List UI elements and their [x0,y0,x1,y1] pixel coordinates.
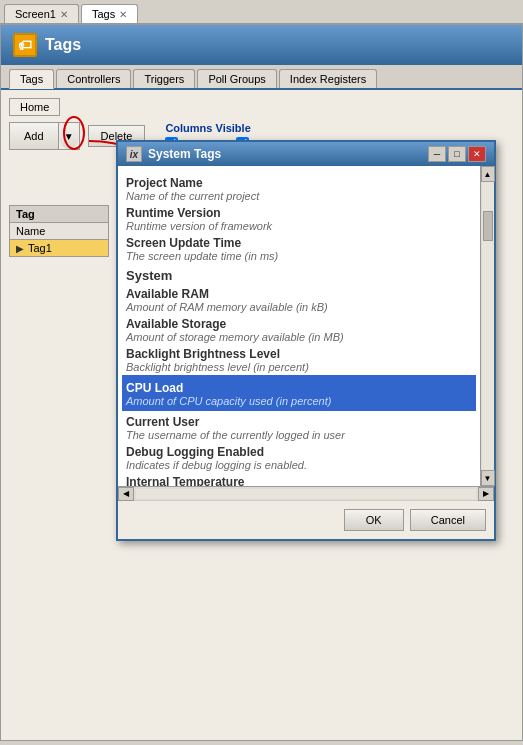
dialog-title-left: ix System Tags [126,146,221,162]
home-tab[interactable]: Home [9,98,60,116]
item-current-user-desc: The username of the currently logged in … [126,429,472,441]
item-project-name[interactable]: Project Name [126,176,472,190]
screen1-close-icon[interactable]: ✕ [60,9,68,20]
home-tab-label: Home [20,101,49,113]
dialog-footer: OK Cancel [118,500,494,539]
minimize-button[interactable]: ─ [428,146,446,162]
tab-index-registers-label: Index Registers [290,73,366,85]
list-item: Backlight Brightness Level Backlight bri… [126,347,472,373]
item-debug-logging[interactable]: Debug Logging Enabled [126,445,472,459]
list-item: Internal Temperature Internal temperatur… [126,475,472,486]
add-button[interactable]: Add [10,123,59,149]
item-runtime-version-desc: Runtime version of framework [126,220,472,232]
screen1-tab-label: Screen1 [15,8,56,20]
item-cpu-load-desc: Amount of CPU capacity used (in percent) [126,395,472,407]
tag-table: Tag Name ▶ Tag1 [9,205,109,257]
tags-tab-label: Tags [92,8,115,20]
item-internal-temp[interactable]: Internal Temperature [126,475,472,486]
tab-tags[interactable]: Tags [9,69,54,89]
item-screen-update-time[interactable]: Screen Update Time [126,236,472,250]
tag-row-value: Tag1 [28,242,52,254]
tab-poll-groups-label: Poll Groups [208,73,265,85]
dialog-list-container: Project Name Name of the current project… [118,166,494,486]
item-available-storage[interactable]: Available Storage [126,317,472,331]
columns-visible-title: Columns Visible [165,122,286,134]
list-item: Screen Update Time The screen update tim… [126,236,472,262]
item-screen-update-time-desc: The screen update time (in ms) [126,250,472,262]
item-available-ram-desc: Amount of RAM memory available (in kB) [126,301,472,313]
section-system: System [126,268,472,283]
cancel-button[interactable]: Cancel [410,509,486,531]
scroll-thumb[interactable] [483,211,493,241]
scroll-down-button[interactable]: ▼ [481,470,495,486]
scroll-track[interactable] [482,182,494,470]
scroll-up-button[interactable]: ▲ [481,166,495,182]
tags-close-icon[interactable]: ✕ [119,9,127,20]
system-tags-dialog: ix System Tags ─ □ ✕ Project Name Name o… [116,140,496,541]
tab-triggers[interactable]: Triggers [133,69,195,88]
item-project-name-desc: Name of the current project [126,190,472,202]
item-runtime-version[interactable]: Runtime Version [126,206,472,220]
h-scroll-track[interactable] [136,489,476,499]
content-area: Home Add ▼ Delete [1,90,522,740]
app-tabs-bar: Screen1 ✕ Tags ✕ [0,0,523,24]
app-tab-screen1[interactable]: Screen1 ✕ [4,4,79,23]
dialog-controls: ─ □ ✕ [428,146,486,162]
item-backlight-brightness[interactable]: Backlight Brightness Level [126,347,472,361]
item-debug-logging-desc: Indicates if debug logging is enabled. [126,459,472,471]
item-available-storage-desc: Amount of storage memory available (in M… [126,331,472,343]
tags-icon: 🏷 [13,33,37,57]
dialog-title-text: System Tags [148,147,221,161]
list-item: Current User The username of the current… [126,415,472,441]
page-title: Tags [45,36,81,54]
dialog-list[interactable]: Project Name Name of the current project… [118,166,480,486]
h-scroll-right-button[interactable]: ▶ [478,487,494,501]
h-scroll-left-button[interactable]: ◀ [118,487,134,501]
list-item: Available Storage Amount of storage memo… [126,317,472,343]
window-title-bar: 🏷 Tags [1,25,522,65]
close-button[interactable]: ✕ [468,146,486,162]
dropdown-button[interactable]: ▼ [59,123,79,149]
add-button-group: Add ▼ [9,122,80,150]
tag-column-header: Tag [9,205,109,223]
restore-button[interactable]: □ [448,146,466,162]
item-cpu-load[interactable]: CPU Load [126,381,472,395]
list-item: Debug Logging Enabled Indicates if debug… [126,445,472,471]
ok-button[interactable]: OK [344,509,404,531]
dialog-icon: ix [126,146,142,162]
nav-tabs-bar: Tags Controllers Triggers Poll Groups In… [1,65,522,90]
list-item-selected[interactable]: CPU Load Amount of CPU capacity used (in… [122,375,476,411]
main-window: 🏷 Tags Tags Controllers Triggers Poll Gr… [0,24,523,741]
tab-index-registers[interactable]: Index Registers [279,69,377,88]
dialog-title-bar: ix System Tags ─ □ ✕ [118,142,494,166]
vertical-scrollbar[interactable]: ▲ ▼ [480,166,494,486]
table-row[interactable]: ▶ Tag1 [9,240,109,257]
item-current-user[interactable]: Current User [126,415,472,429]
tab-poll-groups[interactable]: Poll Groups [197,69,276,88]
list-item: Available RAM Amount of RAM memory avail… [126,287,472,313]
row-selector-icon: ▶ [16,243,24,254]
dialog-icon-label: ix [130,149,138,160]
app-tab-tags[interactable]: Tags ✕ [81,4,138,23]
tab-controllers-label: Controllers [67,73,120,85]
horizontal-scrollbar[interactable]: ◀ ▶ [118,486,494,500]
list-item: Project Name Name of the current project [126,176,472,202]
tab-tags-label: Tags [20,73,43,85]
tab-triggers-label: Triggers [144,73,184,85]
list-item: Runtime Version Runtime version of frame… [126,206,472,232]
item-available-ram[interactable]: Available RAM [126,287,472,301]
item-backlight-brightness-desc: Backlight brightness level (in percent) [126,361,472,373]
tag-name-subheader: Name [9,223,109,240]
tab-controllers[interactable]: Controllers [56,69,131,88]
